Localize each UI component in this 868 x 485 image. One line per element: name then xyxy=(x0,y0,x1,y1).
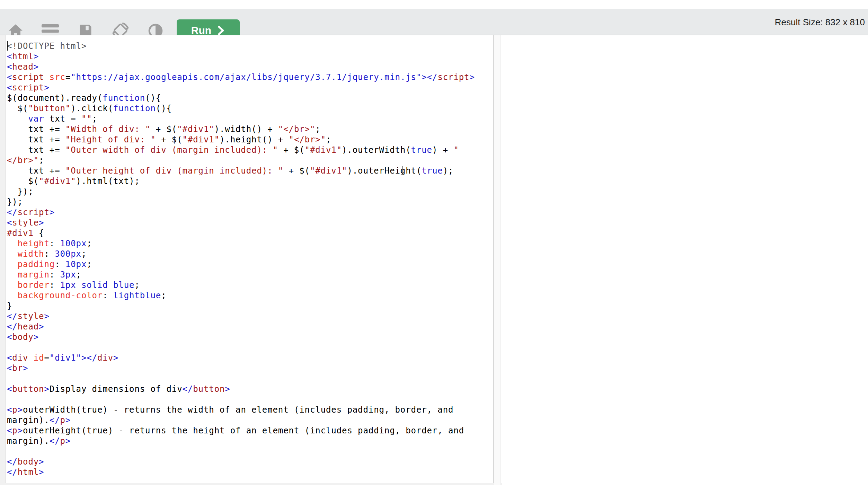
code-segment: : xyxy=(50,270,60,280)
code-line[interactable]: </br>"; xyxy=(7,155,490,166)
code-segment xyxy=(28,353,33,363)
code-segment: margin). xyxy=(7,415,50,425)
code-segment: > xyxy=(18,426,23,435)
code-line[interactable]: $("button").click(function(){ xyxy=(7,103,490,114)
code-line[interactable]: <style> xyxy=(7,218,490,228)
code-line[interactable]: background-color: lightblue; xyxy=(7,290,490,301)
code-line[interactable]: $("#div1").html(txt); xyxy=(7,176,490,186)
code-line[interactable]: #div1 { xyxy=(7,228,490,238)
code-line[interactable]: width: 300px; xyxy=(7,249,490,259)
code-segment: > xyxy=(39,322,44,332)
code-line[interactable]: margin).</p> xyxy=(7,436,490,446)
code-segment: 100px xyxy=(60,239,87,248)
code-segment: "" xyxy=(81,114,92,124)
code-segment: "</br>" xyxy=(278,124,315,134)
pane-resize-handle[interactable] xyxy=(494,35,501,485)
code-segment: > xyxy=(44,311,49,321)
code-segment: html xyxy=(12,52,33,61)
code-line[interactable]: <script> xyxy=(7,82,490,93)
code-line[interactable]: padding: 10px; xyxy=(7,259,490,270)
code-segment: background-color xyxy=(18,291,103,300)
code-line[interactable]: </style> xyxy=(7,311,490,321)
code-segment: > xyxy=(469,72,475,82)
code-line[interactable]: $(document).ready(function(){ xyxy=(7,93,490,103)
text-cursor xyxy=(7,41,8,51)
code-segment: 10px xyxy=(65,259,87,269)
code-segment xyxy=(7,259,18,269)
code-segment: ; xyxy=(76,270,81,280)
code-line[interactable]: txt += "Outer width of div (margin inclu… xyxy=(7,145,490,155)
code-segment: : xyxy=(103,291,113,300)
code-line[interactable]: <br> xyxy=(7,363,490,373)
code-segment: </ xyxy=(183,384,193,394)
code-segment: }); xyxy=(7,197,23,207)
code-segment: > xyxy=(225,384,230,394)
code-segment: ; xyxy=(87,259,92,269)
code-line[interactable]: } xyxy=(7,301,490,311)
code-segment: "Width of div: " xyxy=(65,124,151,134)
code-segment: < xyxy=(7,384,12,394)
code-segment: border xyxy=(18,280,50,290)
code-line[interactable]: <head> xyxy=(7,62,490,72)
code-segment: > xyxy=(113,353,118,363)
code-segment: : xyxy=(50,239,60,248)
code-segment: <!DOCTYPE html> xyxy=(7,41,87,51)
code-segment: "Outer width of div (margin included): " xyxy=(65,145,278,155)
tryit-editor-page: { "colors": { "toolbar_bg": "#e8eaeb", "… xyxy=(0,0,868,485)
code-line[interactable]: txt += "Outer height of div (margin incl… xyxy=(7,166,490,176)
code-segment: ; xyxy=(161,291,166,300)
code-line[interactable]: }); xyxy=(7,186,490,197)
code-line[interactable]: var txt = ""; xyxy=(7,114,490,124)
code-line[interactable]: txt += "Height of div: " + $("#div1").he… xyxy=(7,134,490,145)
code-segment: + $( xyxy=(150,124,177,134)
code-segment: : xyxy=(44,249,55,259)
code-line[interactable] xyxy=(7,446,490,457)
code-segment: "#div1" xyxy=(305,145,342,155)
code-line[interactable]: </script> xyxy=(7,207,490,218)
code-segment: "div1" xyxy=(50,353,81,363)
code-line[interactable]: <script src="https://ajax.googleapis.com… xyxy=(7,72,490,82)
code-segment xyxy=(7,291,18,300)
code-segment: txt += xyxy=(7,124,65,134)
code-line[interactable]: <button>Display dimensions of div</butto… xyxy=(7,384,490,394)
code-line[interactable]: }); xyxy=(7,197,490,207)
code-line[interactable]: </body> xyxy=(7,457,490,467)
code-segment: }); xyxy=(7,187,34,196)
code-segment: true xyxy=(411,145,432,155)
code-segment: 300px xyxy=(55,249,81,259)
code-segment: padding xyxy=(18,259,55,269)
editor-gutter xyxy=(0,35,6,485)
code-line[interactable]: <p>outerWidth(true) - returns the width … xyxy=(7,405,490,415)
code-line[interactable]: border: 1px solid blue; xyxy=(7,280,490,290)
code-segment: < xyxy=(7,363,12,373)
code-line[interactable]: margin: 3px; xyxy=(7,270,490,280)
code-segment: div xyxy=(12,353,28,363)
code-segment: Display dimensions of div xyxy=(50,384,183,394)
code-segment: > xyxy=(65,415,71,425)
code-line[interactable]: <!DOCTYPE html> xyxy=(7,41,490,51)
code-line[interactable]: <div id="div1"></div> xyxy=(7,353,490,363)
code-segment: margin). xyxy=(7,436,50,446)
code-segment xyxy=(7,249,18,259)
code-segment: < xyxy=(7,62,12,72)
code-line[interactable]: <html> xyxy=(7,51,490,62)
code-line[interactable]: </head> xyxy=(7,321,490,332)
code-line[interactable]: </html> xyxy=(7,467,490,477)
code-segment: body xyxy=(18,457,39,467)
code-line[interactable] xyxy=(7,394,490,405)
code-line[interactable]: <body> xyxy=(7,332,490,342)
code-segment xyxy=(7,239,18,248)
code-segment: function xyxy=(103,93,145,103)
code-editor[interactable]: <!DOCTYPE html><html><head><script src="… xyxy=(6,35,494,483)
code-segment: head xyxy=(18,322,39,332)
code-line[interactable]: height: 100px; xyxy=(7,238,490,249)
code-line[interactable]: txt += "Width of div: " + $("#div1").wid… xyxy=(7,124,490,134)
code-segment: < xyxy=(7,353,12,363)
code-line[interactable]: margin).</p> xyxy=(7,415,490,425)
code-line[interactable] xyxy=(7,342,490,353)
code-segment: > xyxy=(39,457,44,467)
code-line[interactable] xyxy=(7,373,490,384)
code-segment: true xyxy=(422,166,443,176)
code-line[interactable]: <p>outerHeight(true) - returns the heigh… xyxy=(7,425,490,436)
code-segment: script xyxy=(437,72,469,82)
